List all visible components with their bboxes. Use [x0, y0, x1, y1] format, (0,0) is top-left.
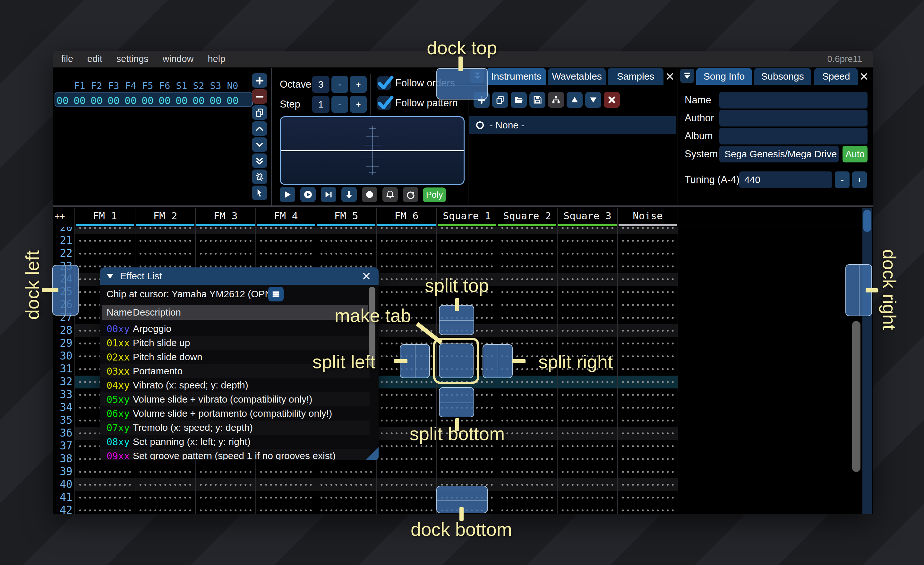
pattern-empty-cell[interactable] [621, 406, 675, 409]
orders-cell[interactable]: 00 [226, 95, 238, 106]
record-button[interactable] [362, 187, 377, 202]
effect-list-row[interactable]: 09xxSet groove pattern (speed 1 if no gr… [100, 449, 370, 460]
pattern-empty-cell[interactable] [500, 509, 554, 512]
pattern-empty-cell[interactable] [138, 484, 192, 486]
pattern-empty-cell[interactable] [440, 445, 494, 448]
pattern-empty-cell[interactable] [319, 496, 374, 499]
dock-target-top[interactable] [436, 68, 488, 99]
pattern-empty-cell[interactable] [319, 484, 374, 486]
unlink-button[interactable] [252, 170, 267, 184]
chevron-down-button[interactable] [252, 137, 267, 152]
pattern-empty-cell[interactable] [500, 496, 554, 499]
pattern-empty-cell[interactable] [440, 239, 494, 242]
pattern-empty-cell[interactable] [560, 470, 615, 473]
tab-instruments[interactable]: Instruments [486, 68, 546, 85]
pattern-empty-cell[interactable] [500, 432, 554, 435]
orders-cell[interactable]: 00 [141, 95, 153, 106]
pattern-empty-cell[interactable] [259, 484, 313, 486]
author-field[interactable] [719, 110, 867, 126]
pattern-empty-cell[interactable] [198, 509, 253, 512]
resize-grip[interactable] [366, 447, 379, 460]
tab-wavetables[interactable]: Wavetables [548, 68, 606, 85]
menu-settings[interactable]: settings [117, 54, 148, 64]
pattern-empty-cell[interactable] [560, 278, 615, 281]
pattern-empty-cell[interactable] [440, 419, 494, 422]
pattern-empty-cell[interactable] [379, 265, 434, 268]
pattern-empty-cell[interactable] [560, 458, 615, 460]
pattern-empty-cell[interactable] [621, 304, 675, 306]
effect-list-row[interactable]: 05xyVolume slide + vibrato (compatibilit… [100, 392, 370, 406]
effect-list-row[interactable]: 06xyVolume slide + portamento (compatibi… [100, 406, 370, 421]
effect-list-row[interactable]: 01xxPitch slide up [100, 336, 370, 350]
pattern-empty-cell[interactable] [500, 304, 554, 306]
pattern-empty-cell[interactable] [440, 265, 494, 268]
collapse-icon[interactable] [105, 270, 116, 281]
pattern-empty-cell[interactable] [621, 291, 675, 293]
follow-pattern-checkbox[interactable] [377, 96, 391, 110]
pattern-empty-cell[interactable] [379, 394, 434, 396]
open-folder-button[interactable] [511, 92, 527, 108]
pattern-empty-cell[interactable] [500, 317, 554, 319]
pattern-empty-cell[interactable] [621, 394, 675, 396]
pattern-empty-cell[interactable] [440, 252, 494, 255]
pattern-empty-cell[interactable] [621, 509, 675, 512]
effect-list-row[interactable]: 07xyTremolo (x: speed; y: depth) [100, 421, 370, 435]
effect-list-titlebar[interactable]: Effect List [100, 267, 379, 285]
remove-button[interactable] [252, 89, 267, 104]
orders-row-index[interactable]: 00 [57, 95, 68, 106]
octave-increase-button[interactable]: + [350, 76, 367, 93]
pattern-empty-cell[interactable] [440, 470, 494, 473]
pattern-empty-cell[interactable] [621, 278, 675, 281]
tab-samples[interactable]: Samples [608, 68, 663, 85]
pattern-empty-cell[interactable] [259, 496, 313, 499]
pattern-empty-cell[interactable] [379, 509, 434, 512]
double-chevron-down-button[interactable] [252, 153, 267, 168]
pattern-empty-cell[interactable] [379, 470, 434, 473]
pattern-empty-cell[interactable] [259, 252, 313, 255]
pattern-empty-cell[interactable] [560, 496, 615, 499]
pattern-empty-cell[interactable] [621, 368, 675, 370]
orders-cell[interactable]: 00 [176, 95, 188, 106]
channel-header-square-2[interactable]: Square 2 [497, 208, 557, 223]
pattern-empty-cell[interactable] [560, 445, 615, 448]
pattern-empty-cell[interactable] [319, 470, 374, 473]
tree-view-button[interactable] [548, 92, 564, 108]
pattern-empty-cell[interactable] [319, 239, 374, 242]
pattern-empty-cell[interactable] [560, 265, 615, 268]
menu-help[interactable]: help [208, 54, 225, 64]
pattern-empty-cell[interactable] [500, 278, 554, 281]
step-decrease-button[interactable]: - [332, 96, 348, 113]
pattern-empty-cell[interactable] [500, 445, 554, 448]
pattern-empty-cell[interactable] [379, 484, 434, 486]
pattern-empty-cell[interactable] [198, 227, 253, 229]
channel-header-fm-3[interactable]: FM 3 [195, 208, 256, 223]
duplicate-button[interactable] [252, 105, 267, 120]
tuning-decrease-button[interactable]: - [835, 171, 850, 188]
pattern-empty-cell[interactable] [621, 484, 675, 486]
pattern-empty-cell[interactable] [138, 496, 192, 499]
pattern-empty-cell[interactable] [621, 381, 675, 383]
pattern-empty-cell[interactable] [379, 381, 434, 383]
album-field[interactable] [719, 128, 867, 144]
orders-cell[interactable]: 00 [90, 95, 102, 106]
panel-divider[interactable] [678, 68, 678, 206]
add-channel-button[interactable]: ++ [54, 208, 65, 223]
pattern-empty-cell[interactable] [259, 239, 313, 242]
chevron-up-button[interactable] [252, 121, 267, 136]
pattern-empty-cell[interactable] [500, 227, 554, 229]
pattern-empty-cell[interactable] [440, 458, 494, 460]
menu-edit[interactable]: edit [87, 54, 102, 64]
play-circle-button[interactable] [300, 187, 316, 202]
pattern-empty-cell[interactable] [560, 317, 615, 319]
pattern-empty-cell[interactable] [500, 291, 554, 293]
pattern-empty-cell[interactable] [621, 496, 675, 499]
pattern-empty-cell[interactable] [379, 227, 434, 229]
orders-cell[interactable]: 00 [159, 95, 170, 106]
pattern-empty-cell[interactable] [78, 252, 132, 255]
pattern-empty-cell[interactable] [138, 252, 192, 255]
poly-button[interactable]: Poly [423, 188, 446, 202]
pattern-empty-cell[interactable] [379, 239, 434, 242]
instrument-list-item[interactable]: - None - [469, 116, 676, 134]
pattern-empty-cell[interactable] [500, 265, 554, 268]
effect-list-row[interactable]: 04xyVibrato (x: speed; y: depth) [100, 378, 370, 392]
